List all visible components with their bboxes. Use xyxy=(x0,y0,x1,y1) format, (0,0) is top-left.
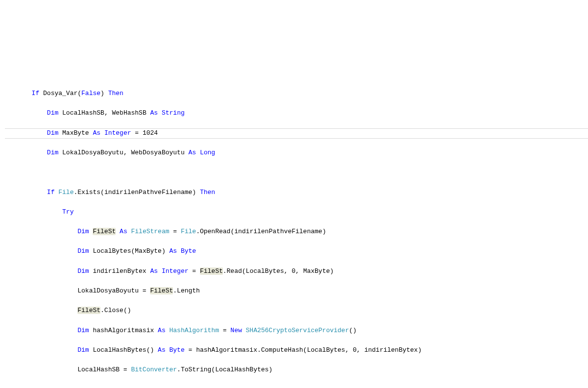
code-line[interactable] xyxy=(5,168,588,177)
code-line[interactable]: Dim MaxByte As Integer = 1024 xyxy=(5,128,588,138)
code-line[interactable]: LocalHashSB = BitConverter.ToString(Loca… xyxy=(5,365,588,375)
code-line[interactable]: Dim LocalHashSB, WebHashSB As String xyxy=(5,108,588,118)
code-line[interactable]: Dim FileSt As FileStream = File.OpenRead… xyxy=(5,227,588,237)
code-line[interactable]: If Dosya_Var(False) Then xyxy=(5,89,588,98)
code-line[interactable]: LokalDosyaBoyutu = FileSt.Length xyxy=(5,286,588,296)
code-content[interactable]: If Dosya_Var(False) Then Dim LocalHashSB… xyxy=(5,79,588,388)
code-line[interactable]: FileSt.Close() xyxy=(5,306,588,315)
code-line[interactable]: Dim hashAlgoritmasix As HashAlgorithm = … xyxy=(5,326,588,336)
code-line[interactable]: If File.Exists(indirilenPathveFilename) … xyxy=(5,188,588,197)
code-line[interactable]: Dim LocalHashBytes() As Byte = hashAlgor… xyxy=(5,345,588,355)
code-line[interactable] xyxy=(5,385,588,388)
code-line[interactable]: Dim LocalBytes(MaxByte) As Byte xyxy=(5,246,588,256)
code-line[interactable]: Try xyxy=(5,207,588,217)
code-line[interactable]: Dim indirilenBytex As Integer = FileSt.R… xyxy=(5,267,588,276)
code-editor[interactable]: If Dosya_Var(False) Then Dim LocalHashSB… xyxy=(5,49,588,388)
code-line[interactable]: Dim LokalDosyaBoyutu, WebDosyaBoyutu As … xyxy=(5,148,588,158)
